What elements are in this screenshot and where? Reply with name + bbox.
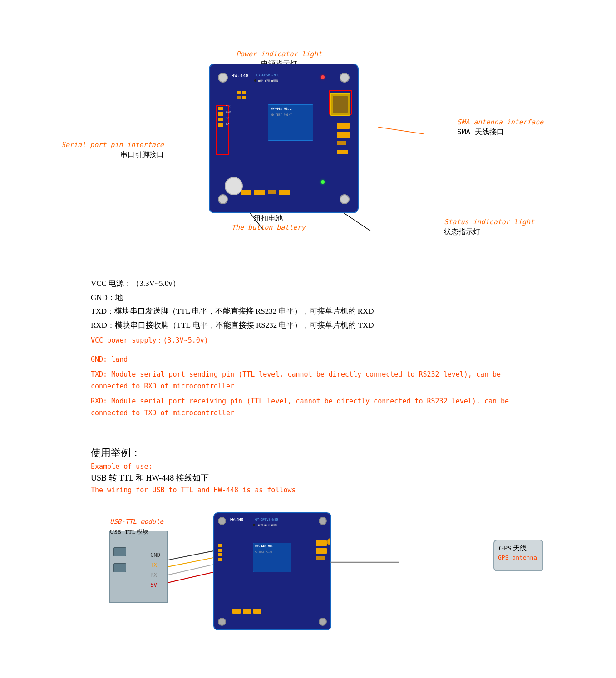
usage-wiring-cn: USB 转 TTL 和 HW-448 接线如下: [91, 472, 580, 483]
usb-ttl-label-cn: USB -TTL 模块: [110, 528, 148, 536]
rxd-spec-cn: RXD：模块串口接收脚（TTL 电平，不能直接接 RS232 电平），可接单片机…: [91, 319, 580, 333]
vcc-spec-en: VCC power supply：(3.3V~5.0v): [91, 335, 580, 347]
usb-plug-2: [113, 563, 126, 572]
corner-hole-tl: [218, 73, 228, 83]
gnd-spec-cn: GND：地: [91, 291, 580, 305]
annotation-status: Status indicator light 状态指示灯: [444, 218, 534, 237]
svg-line-9: [168, 572, 213, 583]
usage-wiring-en: The wiring for USB to TTL and HW-448 is …: [91, 486, 580, 494]
pad-rx: [218, 123, 223, 127]
serial-cn-label: 串口引脚接口: [61, 150, 164, 160]
annotation-sma: SMA antenna interface SMA 天线接口: [457, 118, 543, 137]
power-light-en-label: Power indicator light: [236, 50, 322, 59]
corner-hole-tr: [340, 73, 350, 83]
gps-sma-connector: [327, 538, 331, 545]
txd-spec-en: TXD: Module serial port sending pin (TTL…: [91, 369, 580, 392]
pad-gnd: [218, 112, 223, 116]
right-gold-pads: [337, 123, 350, 154]
pcb2-board: HW-448 GY-GPSV3-NE0 ■6M ■7M ■M8N HW-448 …: [213, 512, 331, 630]
svg-line-6: [168, 551, 213, 560]
serial-en-label: Serial port pin interface: [61, 141, 164, 150]
pcb2-bottom-row: [232, 609, 261, 614]
usb-ttl-label-en: USB-TTL module: [110, 518, 163, 525]
pcb2-led-row: ■6M ■7M ■M8N: [253, 523, 277, 526]
pcb2-corner-hole-tl: [218, 517, 226, 525]
gps-antenna-box: GPS 天线 GPS antenna: [493, 540, 543, 571]
pcb-board-top: HW-448 GY-GPSV3-NE0 ■6M ■7M ■M8N: [209, 64, 359, 213]
top-diagram: Power indicator light 电源指示灯 SMA antenna …: [36, 27, 580, 263]
annotation-serial: Serial port pin interface 串口引脚接口: [61, 141, 164, 160]
svg-line-8: [168, 565, 213, 575]
battery-cn-label: 纽扣电池: [232, 213, 306, 223]
pcb2-chip: HW-448 V0.1 AD TEST POINT: [253, 543, 291, 572]
power-led: [321, 75, 325, 79]
pin-label-rx: RX: [150, 572, 160, 578]
annotation-battery: 纽扣电池 The button battery: [232, 213, 306, 232]
sma-connector-inner: [333, 96, 348, 113]
usage-section: 使用举例： Example of use: USB 转 TTL 和 HW-448…: [36, 446, 580, 494]
pcb2-serial-pads: [218, 544, 222, 561]
battery-en-label: The button battery: [232, 223, 306, 232]
sma-en-label: SMA antenna interface: [457, 118, 543, 127]
pcb-board-inner: HW-448 GY-GPSV3-NE0 ■6M ■7M ■M8N: [213, 68, 354, 209]
usb-pin-labels: GND TX RX 5V: [150, 552, 160, 588]
svg-line-4: [344, 213, 371, 231]
pad-vcc: [218, 107, 223, 110]
page-container: Power indicator light 电源指示灯 SMA antenna …: [0, 0, 616, 678]
pcb-hw448-label: HW-448: [232, 74, 249, 78]
status-led: [321, 180, 325, 184]
corner-hole-br: [340, 194, 350, 204]
gps-ant-cn-label: GPS 天线: [499, 544, 527, 553]
pcb2-hw-label: HW-448: [230, 518, 243, 522]
battery-coin: [225, 177, 243, 195]
spec-section: VCC 电源：（3.3V~5.0v） GND：地 TXD：模块串口发送脚（TTL…: [36, 277, 580, 419]
component-grid: [237, 91, 246, 99]
pcb2-gold-pads: [316, 540, 327, 560]
pcb2-gy-label: GY-GPSV3-NE0: [255, 518, 278, 521]
usage-title-en: Example of use:: [91, 462, 580, 471]
vcc-spec-cn: VCC 电源：（3.3V~5.0v）: [91, 277, 580, 291]
svg-line-7: [168, 558, 213, 567]
sma-cn-label: SMA 天线接口: [457, 127, 543, 137]
pcb2-corner-hole-tr: [319, 517, 327, 525]
corner-hole-bl: [218, 194, 228, 204]
svg-line-1: [378, 127, 424, 134]
wiring-diagram: USB-TTL module USB -TTL 模块 GND TX RX 5V …: [36, 503, 580, 662]
pin-label-tx: TX: [150, 562, 160, 568]
usb-plugs: [113, 547, 126, 572]
sma-connector: [330, 93, 350, 116]
bottom-components: [241, 190, 290, 195]
pcb-gy-label: GY-GPSV3-NE0: [256, 74, 280, 77]
pin-label-gnd: GND: [150, 552, 160, 558]
pin-label-5v: 5V: [150, 582, 160, 588]
pad-tx: [218, 118, 223, 121]
txd-spec-cn: TXD：模块串口发送脚（TTL 电平，不能直接接 RS232 电平），可接单片机…: [91, 305, 580, 319]
gnd-spec-en: GND: land: [91, 354, 580, 366]
status-en-label: Status indicator light: [444, 218, 534, 227]
pcb-led-row: ■6M ■7M ■M8N: [254, 79, 278, 82]
usb-ttl-module: USB-TTL module USB -TTL 模块 GND TX RX 5V: [109, 531, 168, 603]
usage-title-cn: 使用举例：: [91, 446, 580, 460]
serial-pads: [218, 107, 223, 127]
status-cn-label: 状态指示灯: [444, 227, 534, 237]
pcb2-corner-hole-bl: [218, 618, 226, 626]
usb-plug-1: [113, 547, 126, 556]
gps-ant-en-label: GPS antenna: [498, 554, 537, 561]
main-chip: HW-448 V3.1 AD TEST POINT: [268, 104, 313, 141]
serial-pin-labels: VCC GND TX RX: [226, 104, 231, 125]
rxd-spec-en: RXD: Module serial port receiving pin (T…: [91, 396, 580, 419]
pcb2-corner-hole-br: [319, 618, 327, 626]
